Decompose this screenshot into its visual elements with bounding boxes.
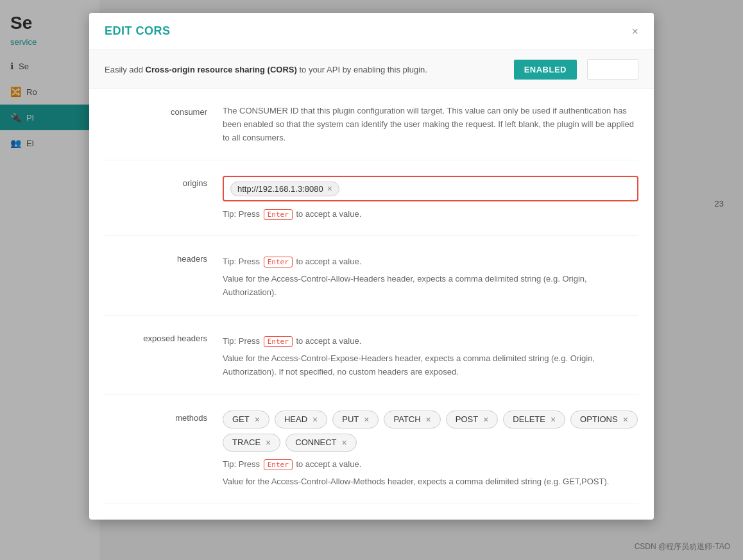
origins-label: origins xyxy=(105,176,207,220)
origins-content: http://192.168.1.3:8080 × Tip: Press Ent… xyxy=(223,176,638,220)
headers-tip-label: Tip: Press xyxy=(223,257,260,266)
toggle-switch[interactable] xyxy=(587,59,638,80)
exposed-headers-enter-key: Enter xyxy=(264,336,293,347)
method-tag-remove-post[interactable]: × xyxy=(483,414,488,425)
method-tag-label-trace: TRACE xyxy=(232,437,260,447)
consumer-description: The CONSUMER ID that this plugin configu… xyxy=(223,105,638,144)
method-tag-remove-put[interactable]: × xyxy=(364,414,369,425)
modal-body[interactable]: consumer The CONSUMER ID that this plugi… xyxy=(89,89,654,520)
method-tag-remove-patch[interactable]: × xyxy=(426,414,431,425)
info-bar: Easily add Cross-origin resource sharing… xyxy=(89,50,654,89)
consumer-label: consumer xyxy=(105,105,207,144)
headers-label: headers xyxy=(105,251,207,300)
method-tag-label-put: PUT xyxy=(342,414,359,424)
methods-description: Value for the Access-Control-Allow-Metho… xyxy=(223,475,638,489)
method-tag-remove-head[interactable]: × xyxy=(312,414,318,425)
method-tag-label-options: OPTIONS xyxy=(580,414,618,424)
methods-content: GET ×HEAD ×PUT ×PATCH ×POST ×DELETE ×OPT… xyxy=(223,411,638,489)
method-tag-remove-connect[interactable]: × xyxy=(342,437,347,448)
headers-enter-key: Enter xyxy=(264,257,293,267)
exposed-headers-tip-suffix: to accept a value. xyxy=(296,336,361,346)
methods-enter-key: Enter xyxy=(264,459,293,470)
exposed-headers-label: exposed headers xyxy=(105,331,207,379)
headers-content: Tip: Press Enter to accept a value. Valu… xyxy=(223,251,638,300)
origins-enter-key: Enter xyxy=(264,209,293,220)
method-tag-connect: CONNECT × xyxy=(286,434,356,452)
method-tag-label-head: HEAD xyxy=(284,414,307,424)
exposed-headers-description: Value for the Access-Control-Expose-Head… xyxy=(223,352,638,379)
info-bold-text: Cross-origin resource sharing (CORS) xyxy=(146,65,297,74)
method-tag-options: OPTIONS × xyxy=(570,411,638,428)
exposed-headers-section: exposed headers Tip: Press Enter to acce… xyxy=(105,316,638,395)
method-tag-patch: PATCH × xyxy=(384,411,440,428)
origins-input-wrapper[interactable]: http://192.168.1.3:8080 × xyxy=(223,176,638,201)
methods-section: methods GET ×HEAD ×PUT ×PATCH ×POST ×DEL… xyxy=(105,395,638,505)
methods-tip: Tip: Press Enter to accept a value. xyxy=(223,459,638,470)
method-tag-label-delete: DELETE xyxy=(513,414,545,424)
method-tag-trace: TRACE × xyxy=(223,434,280,452)
method-tag-remove-options[interactable]: × xyxy=(623,414,628,425)
modal-header: EDIT CORS × xyxy=(89,13,654,50)
headers-tip: Tip: Press Enter to accept a value. xyxy=(223,257,638,267)
origins-tip-suffix: to accept a value. xyxy=(296,209,361,219)
consumer-content: The CONSUMER ID that this plugin configu… xyxy=(223,105,638,144)
method-tag-remove-delete[interactable]: × xyxy=(551,414,556,425)
edit-cors-modal: EDIT CORS × Easily add Cross-origin reso… xyxy=(89,13,654,520)
modal-close-button[interactable]: × xyxy=(631,26,638,37)
consumer-section: consumer The CONSUMER ID that this plugi… xyxy=(105,89,638,160)
origins-tip-label: Tip: Press xyxy=(223,209,260,219)
method-tag-label-patch: PATCH xyxy=(393,414,420,424)
method-tag-put: PUT × xyxy=(332,411,379,428)
headers-description: Value for the Access-Control-Allow-Heade… xyxy=(223,273,638,300)
method-tag-label-post: POST xyxy=(456,414,478,424)
method-tag-remove-trace[interactable]: × xyxy=(266,437,271,448)
methods-tip-label: Tip: Press xyxy=(223,459,260,469)
modal-overlay: EDIT CORS × Easily add Cross-origin reso… xyxy=(0,0,743,560)
exposed-headers-content: Tip: Press Enter to accept a value. Valu… xyxy=(223,331,638,379)
method-tag-remove-get[interactable]: × xyxy=(255,414,260,425)
methods-tip-suffix: to accept a value. xyxy=(296,459,361,469)
origins-tag-remove[interactable]: × xyxy=(327,184,332,193)
enabled-button[interactable]: ENABLED xyxy=(514,60,577,80)
exposed-headers-tip: Tip: Press Enter to accept a value. xyxy=(223,336,638,347)
method-tag-head: HEAD × xyxy=(275,411,327,428)
method-tag-post: POST × xyxy=(446,411,499,428)
methods-label: methods xyxy=(105,411,207,489)
headers-section: headers Tip: Press Enter to accept a val… xyxy=(105,236,638,316)
info-description: Easily add Cross-origin resource sharing… xyxy=(105,65,504,74)
method-tag-label-get: GET xyxy=(232,414,250,424)
exposed-headers-tip-label: Tip: Press xyxy=(223,336,260,346)
method-tag-label-connect: CONNECT xyxy=(295,437,336,447)
modal-title: EDIT CORS xyxy=(105,24,171,38)
origins-tip: Tip: Press Enter to accept a value. xyxy=(223,209,638,220)
methods-tags-container: GET ×HEAD ×PUT ×PATCH ×POST ×DELETE ×OPT… xyxy=(223,411,638,452)
method-tag-get: GET × xyxy=(223,411,269,428)
method-tag-delete: DELETE × xyxy=(503,411,565,428)
headers-tip-suffix: to accept a value. xyxy=(296,257,361,266)
origins-tag: http://192.168.1.3:8080 × xyxy=(230,182,339,196)
origins-section: origins http://192.168.1.3:8080 × Tip: P… xyxy=(105,160,638,236)
origins-tag-value: http://192.168.1.3:8080 xyxy=(237,184,323,194)
